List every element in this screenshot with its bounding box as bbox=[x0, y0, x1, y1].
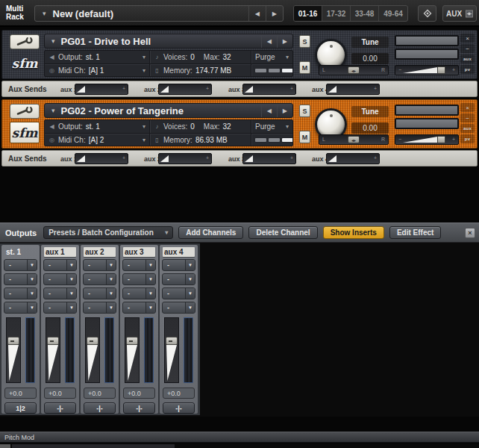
next-multi-button[interactable]: ▶ bbox=[266, 6, 283, 21]
chevron-down-icon[interactable]: ▼ bbox=[27, 260, 37, 270]
channel-fader[interactable] bbox=[46, 317, 60, 383]
aux1-send-slider[interactable]: + bbox=[75, 84, 128, 95]
page-tab-17-32[interactable]: 17-32 bbox=[322, 6, 351, 21]
insert-slot-3[interactable]: -▼ bbox=[43, 287, 77, 299]
aux4-send-slider[interactable]: + bbox=[326, 84, 380, 95]
insert-slot-1[interactable]: -▼ bbox=[43, 259, 77, 271]
insert-slot-3[interactable]: -▼ bbox=[162, 287, 195, 299]
mute-button[interactable]: M bbox=[299, 61, 310, 74]
next-instrument-button[interactable]: ▶ bbox=[277, 34, 292, 48]
tune-value[interactable]: 0.00 bbox=[351, 122, 389, 134]
output-routing-button[interactable]: -|- bbox=[84, 402, 116, 414]
aux-panel-toggle[interactable]: AUX bbox=[442, 5, 477, 22]
purge-menu[interactable]: Purge ▾ bbox=[251, 120, 292, 133]
channel-fader[interactable] bbox=[85, 317, 100, 383]
channel-name[interactable]: aux 1 bbox=[44, 247, 76, 257]
solo-button[interactable]: S bbox=[299, 105, 310, 117]
channel-fader[interactable] bbox=[164, 317, 179, 383]
insert-slot-1[interactable]: -▼ bbox=[83, 259, 116, 271]
pan-slider[interactable]: L R ◂▸ bbox=[319, 134, 389, 145]
output-routing-button[interactable]: 1|2 bbox=[4, 402, 37, 414]
chevron-down-icon[interactable]: ▼ bbox=[66, 274, 76, 284]
insert-slot-1[interactable]: -▼ bbox=[4, 259, 37, 271]
insert-slot-1[interactable]: -▼ bbox=[122, 259, 156, 271]
gain-value[interactable]: +0.0 bbox=[44, 388, 76, 399]
chevron-down-icon[interactable]: ▼ bbox=[145, 288, 155, 299]
mute-button[interactable]: M bbox=[299, 131, 310, 143]
channel-fader[interactable] bbox=[125, 317, 140, 383]
midi-channel-select[interactable]: ◎ Midi Ch: [A] 2 ▾ bbox=[45, 133, 149, 146]
fader-handle[interactable] bbox=[166, 337, 178, 345]
max-voices-value[interactable]: 32 bbox=[222, 122, 231, 131]
instrument-edit-button[interactable] bbox=[10, 104, 40, 119]
show-inserts-button[interactable]: Show Inserts bbox=[323, 226, 384, 239]
close-icon[interactable]: × bbox=[460, 34, 475, 43]
pitch-mod-panel-header[interactable]: Pitch Mod bbox=[0, 432, 479, 443]
tune-value[interactable]: 0.00 bbox=[351, 53, 389, 64]
instrument-title-bar[interactable]: ▾ PG02 - Power of Tangerine ◀ ▶ bbox=[44, 103, 293, 118]
fader-handle[interactable] bbox=[7, 337, 19, 345]
insert-slot-2[interactable]: -▼ bbox=[4, 273, 37, 285]
performance-view-toggle[interactable]: pv bbox=[460, 134, 475, 143]
gain-value[interactable]: +0.0 bbox=[4, 388, 37, 399]
channel-name[interactable]: aux 3 bbox=[123, 247, 155, 257]
insert-slot-2[interactable]: -▼ bbox=[162, 273, 195, 285]
insert-slot-1[interactable]: -▼ bbox=[162, 259, 195, 271]
chevron-down-icon[interactable]: ▼ bbox=[27, 302, 37, 313]
volume-slider[interactable]: − + bbox=[395, 134, 459, 145]
insert-slot-4[interactable]: -▼ bbox=[83, 302, 116, 314]
delete-channel-button[interactable]: Delete Channel bbox=[248, 226, 317, 239]
close-icon[interactable]: × bbox=[460, 103, 475, 112]
minimize-icon[interactable]: − bbox=[460, 113, 475, 122]
channel-name[interactable]: st. 1 bbox=[4, 247, 37, 257]
add-channels-button[interactable]: Add Channels bbox=[178, 226, 243, 239]
output-select[interactable]: ◀ Output: st. 1 ▾ bbox=[45, 51, 149, 63]
ksp-diamond-button[interactable] bbox=[418, 5, 436, 22]
chevron-down-icon[interactable]: ▼ bbox=[66, 302, 76, 313]
chevron-down-icon[interactable]: ▼ bbox=[66, 288, 76, 299]
gain-value[interactable]: +0.0 bbox=[123, 388, 155, 399]
aux-sends-toggle[interactable]: aux bbox=[460, 55, 475, 63]
chevron-down-icon[interactable]: ▼ bbox=[185, 274, 195, 284]
chevron-down-icon[interactable]: ▼ bbox=[27, 274, 37, 284]
insert-slot-4[interactable]: -▼ bbox=[162, 302, 195, 314]
outputs-preset-menu[interactable]: Presets / Batch Configuration ▾ bbox=[43, 226, 173, 239]
chevron-down-icon[interactable]: ▼ bbox=[145, 302, 155, 313]
aux4-send-slider[interactable]: + bbox=[326, 153, 380, 164]
fader-handle[interactable] bbox=[87, 337, 98, 345]
chevron-down-icon[interactable]: ▼ bbox=[66, 260, 76, 270]
aux3-send-slider[interactable]: + bbox=[242, 84, 296, 95]
pan-handle[interactable]: ◂▸ bbox=[348, 136, 360, 143]
output-select[interactable]: ◀ Output: st. 1 ▾ bbox=[45, 120, 149, 133]
volume-slider[interactable]: − + bbox=[395, 65, 459, 75]
aux-sends-toggle[interactable]: aux bbox=[460, 124, 475, 133]
page-tab-01-16[interactable]: 01-16 bbox=[294, 6, 322, 21]
insert-slot-2[interactable]: -▼ bbox=[122, 273, 156, 285]
chevron-down-icon[interactable]: ▼ bbox=[185, 260, 195, 270]
chevron-down-icon[interactable]: ▼ bbox=[106, 302, 116, 313]
aux1-send-slider[interactable]: + bbox=[75, 153, 128, 164]
aux2-send-slider[interactable]: + bbox=[158, 84, 212, 95]
aux2-send-slider[interactable]: + bbox=[158, 153, 212, 164]
pan-slider[interactable]: L R ◂▸ bbox=[319, 65, 389, 75]
prev-instrument-button[interactable]: ◀ bbox=[261, 104, 277, 117]
gain-value[interactable]: +0.0 bbox=[163, 388, 195, 399]
insert-slot-2[interactable]: -▼ bbox=[43, 273, 77, 285]
chevron-down-icon[interactable]: ▼ bbox=[145, 260, 155, 270]
multi-preset-dropdown[interactable]: ▾ New (default) ◀ ▶ bbox=[34, 5, 284, 22]
insert-slot-2[interactable]: -▼ bbox=[83, 273, 116, 285]
minimize-icon[interactable]: − bbox=[460, 44, 475, 53]
output-routing-button[interactable]: -|- bbox=[123, 402, 155, 414]
solo-button[interactable]: S bbox=[299, 35, 310, 48]
insert-slot-4[interactable]: -▼ bbox=[4, 302, 37, 314]
volume-handle[interactable] bbox=[437, 66, 445, 74]
insert-slot-4[interactable]: -▼ bbox=[122, 302, 156, 314]
max-voices-value[interactable]: 32 bbox=[222, 53, 231, 61]
close-icon[interactable]: × bbox=[465, 228, 475, 238]
midi-channel-select[interactable]: ◎ Midi Ch: [A] 1 ▾ bbox=[45, 63, 149, 76]
output-routing-button[interactable]: -|- bbox=[44, 402, 76, 414]
volume-handle[interactable] bbox=[437, 136, 445, 143]
edit-effect-button[interactable]: Edit Effect bbox=[389, 226, 441, 239]
chevron-down-icon[interactable]: ▼ bbox=[106, 260, 116, 270]
insert-slot-3[interactable]: -▼ bbox=[83, 287, 116, 299]
